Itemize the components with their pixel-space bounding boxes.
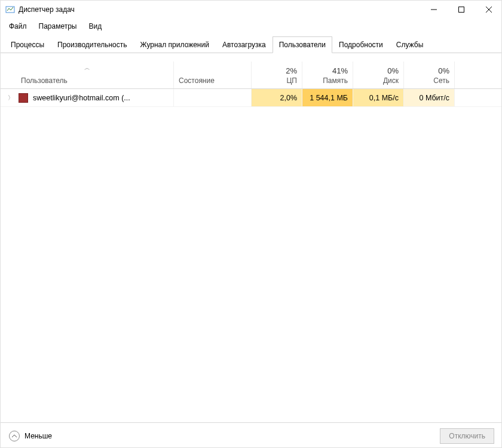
chevron-up-icon [9, 431, 20, 441]
cpu-percent: 2% [286, 66, 297, 75]
menubar: Файл Параметры Вид [1, 19, 502, 35]
tab-services[interactable]: Службы [390, 36, 430, 53]
fewer-details-label: Меньше [25, 432, 52, 440]
tab-details[interactable]: Подробности [332, 36, 390, 53]
footer: Меньше Отключить [1, 422, 502, 448]
column-header-memory[interactable]: 41% Память [302, 62, 353, 88]
cell-memory: 1 544,1 МБ [302, 89, 353, 106]
column-header-cpu[interactable]: 2% ЦП [252, 62, 302, 88]
column-header-disk[interactable]: 0% Диск [353, 62, 404, 88]
column-header-network[interactable]: 0% Сеть [404, 62, 455, 88]
column-headers: ︿ Пользователь Состояние 2% ЦП 41% Памят… [1, 62, 502, 89]
tab-app-history[interactable]: Журнал приложений [134, 36, 216, 53]
user-name: sweetlikyuri@hotmail.com (... [33, 94, 130, 102]
user-avatar-icon [19, 93, 28, 103]
tab-processes[interactable]: Процессы [4, 36, 51, 53]
tab-performance[interactable]: Производительность [51, 36, 133, 53]
network-percent: 0% [438, 66, 449, 75]
network-label: Сеть [433, 76, 449, 85]
table-row[interactable]: 〉 sweetlikyuri@hotmail.com (... 2,0% 1 5… [1, 89, 502, 107]
svg-rect-2 [459, 7, 464, 13]
memory-percent: 41% [332, 66, 348, 75]
menu-options[interactable]: Параметры [36, 21, 79, 32]
memory-label: Память [323, 76, 348, 85]
window-title: Диспетчер задач [19, 5, 75, 14]
cell-network: 0 Мбит/с [404, 89, 455, 106]
app-icon [5, 5, 15, 14]
column-header-state[interactable]: Состояние [174, 62, 252, 88]
close-button[interactable] [475, 1, 502, 19]
fewer-details-toggle[interactable]: Меньше [9, 431, 52, 441]
cell-state [174, 89, 252, 106]
disk-percent: 0% [387, 66, 399, 75]
cpu-label: ЦП [286, 76, 297, 85]
tab-users[interactable]: Пользователи [273, 36, 332, 53]
cell-cpu: 2,0% [252, 89, 302, 106]
menu-view[interactable]: Вид [86, 21, 104, 32]
minimize-button[interactable] [420, 1, 448, 19]
disk-label: Диск [383, 76, 399, 85]
menu-file[interactable]: Файл [7, 21, 29, 32]
column-header-state-label: Состояние [179, 76, 215, 85]
tab-startup[interactable]: Автозагрузка [216, 36, 273, 53]
maximize-button[interactable] [448, 1, 475, 19]
cell-disk: 0,1 МБ/с [353, 89, 404, 106]
titlebar: Диспетчер задач [1, 1, 502, 19]
sort-arrow-icon: ︿ [84, 64, 90, 72]
column-header-user[interactable]: ︿ Пользователь [1, 62, 174, 88]
column-header-user-label: Пользователь [21, 76, 68, 85]
expand-icon[interactable]: 〉 [8, 94, 14, 102]
tabs: Процессы Производительность Журнал прило… [1, 36, 502, 53]
disconnect-button[interactable]: Отключить [440, 428, 494, 444]
